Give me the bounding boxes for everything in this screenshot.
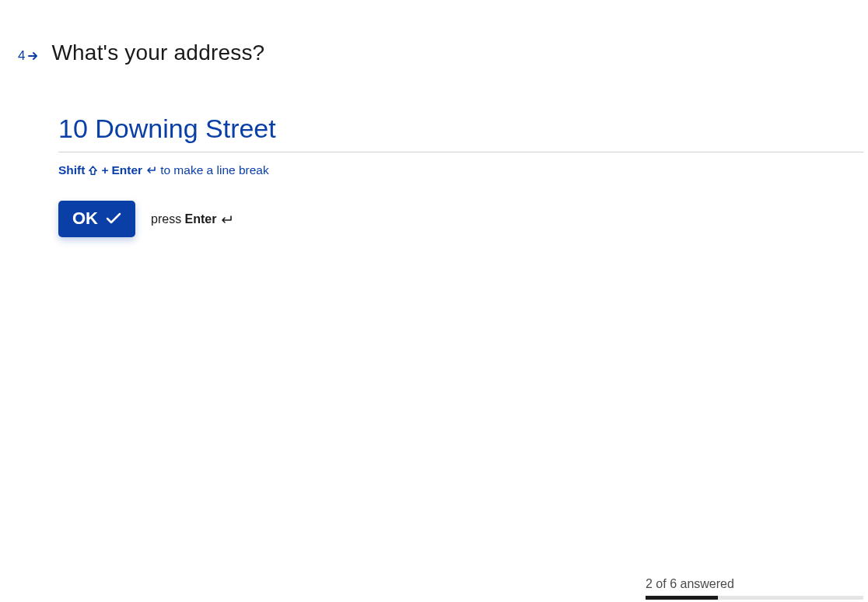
action-row: OK press Enter	[58, 201, 863, 237]
ok-button-label: OK	[72, 208, 98, 229]
progress-container: 2 of 6 answered	[646, 577, 863, 600]
question-content: Shift + Enter to make a line break OK	[58, 114, 863, 237]
address-input[interactable]	[58, 114, 863, 152]
shift-icon	[88, 166, 98, 176]
linebreak-hint: Shift + Enter to make a line break	[58, 163, 863, 177]
question-container: 4 What's your address? Shift + Enter	[18, 40, 863, 237]
arrow-right-icon	[28, 51, 39, 61]
ok-button[interactable]: OK	[58, 201, 135, 237]
hint-shift-key: Shift	[58, 163, 85, 177]
progress-label: 2 of 6 answered	[646, 577, 863, 591]
progress-fill	[646, 596, 718, 600]
hint-enter-key: Enter	[112, 163, 143, 177]
press-text: press	[151, 212, 185, 226]
press-enter-hint: press Enter	[151, 212, 233, 226]
question-number: 4	[18, 48, 39, 64]
hint-plus: +	[101, 163, 108, 177]
enter-key-icon	[220, 215, 233, 225]
progress-bar	[646, 596, 863, 600]
question-number-value: 4	[18, 48, 25, 64]
press-enter-key: Enter	[185, 212, 217, 226]
question-header: 4 What's your address?	[18, 40, 863, 65]
hint-tail: to make a line break	[160, 163, 269, 177]
check-icon	[106, 212, 121, 225]
enter-icon	[145, 166, 157, 175]
question-title: What's your address?	[51, 40, 264, 65]
